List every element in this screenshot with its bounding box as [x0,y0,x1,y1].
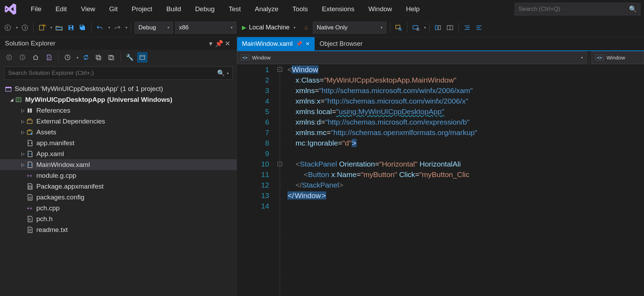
chevron-down-icon[interactable]: ▾ [77,56,78,59]
save-button[interactable] [66,23,76,33]
tree-item[interactable]: ++pch.cpp [0,203,237,213]
fold-toggle[interactable]: − [278,162,282,166]
expand-icon[interactable]: ▷ [20,162,26,167]
menu-edit[interactable]: Edit [49,2,74,16]
file-icon [26,182,34,191]
solution-platform-combo[interactable]: x86▾ [175,22,236,34]
window-layout-button-2[interactable] [445,23,455,33]
tree-item[interactable]: hpch.h [0,213,237,224]
menu-view[interactable]: View [74,2,102,16]
tab-mainwindow-xaml[interactable]: MainWindow.xaml 📌 ✕ [237,37,315,50]
line-number-gutter: 1234567891011121314 [237,64,276,296]
fold-toggle[interactable]: − [278,67,282,72]
save-all-button[interactable] [78,23,88,33]
nav-back-dropdown[interactable]: ▾ [16,26,18,29]
undo-dropdown[interactable]: ▾ [108,26,110,29]
svg-rect-23 [140,55,145,59]
panel-pin-icon[interactable]: 📌 [215,40,223,48]
panel-close-icon[interactable]: ✕ [223,40,232,48]
new-item-dropdown[interactable]: ▾ [50,26,52,29]
solution-search-input[interactable] [8,70,217,77]
tree-item[interactable]: ▷References [0,105,237,116]
tree-item[interactable]: ++module.g.cpp [0,170,237,181]
tree-item[interactable]: ▷MainWindow.xaml [0,159,237,170]
chevron-down-icon[interactable]: ▾ [227,71,229,75]
open-file-button[interactable] [54,23,64,33]
tree-item[interactable]: ▷Assets [0,127,237,138]
solution-explorer-title: Solution Explorer [5,40,56,47]
tree-item[interactable]: app.manifest [0,138,237,148]
tree-item[interactable]: readme.txt [0,224,237,235]
sol-nav-forward-button[interactable] [17,52,27,62]
menu-window[interactable]: Window [362,2,399,16]
expand-icon[interactable]: ▷ [20,108,26,113]
menu-file[interactable]: File [24,2,49,16]
start-debug-dropdown[interactable]: ▾ [294,26,295,29]
redo-dropdown[interactable]: ▾ [126,26,127,29]
solution-search[interactable]: 🔍 ▾ [4,66,232,80]
menu-test[interactable]: Test [222,2,248,16]
svg-text:++: ++ [27,205,32,211]
start-debug-button[interactable]: ▶ Local Machine ▾ [238,22,299,34]
expand-icon[interactable]: ▷ [20,119,26,124]
sol-properties-button[interactable]: 🔧 [125,52,135,62]
window-layout-button-1[interactable] [433,23,443,33]
nav-back-button[interactable] [3,23,13,33]
format-indent-button[interactable] [462,23,472,33]
menu-analyze[interactable]: Analyze [248,2,286,16]
code-body[interactable]: <Window x:Class="MyWinUICppDesktopApp.Ma… [286,64,477,296]
redo-button[interactable] [112,23,122,33]
tree-label: App.xaml [36,150,64,158]
menu-build[interactable]: Build [159,2,188,16]
tree-solution-root[interactable]: Solution 'MyWinUICppDesktopApp' (1 of 1 … [0,83,237,94]
debugger-type-combo[interactable]: Native Only▾ [313,22,386,34]
menu-git[interactable]: Git [102,2,124,16]
global-search[interactable]: 🔍 [515,3,641,15]
sol-collapse-all-button[interactable] [94,52,103,62]
solution-explorer-title-bar: Solution Explorer ▾ 📌 ✕ [0,37,237,50]
menu-extensions[interactable]: Extensions [315,2,362,16]
editor-nav-right[interactable]: <> Window [592,51,644,64]
format-outdent-button[interactable] [474,23,484,33]
sol-show-all-files-button[interactable] [106,52,116,62]
tab-object-browser[interactable]: Object Browser [315,37,367,50]
editor-panel: MainWindow.xaml 📌 ✕ Object Browser <> Wi… [237,37,644,296]
close-icon[interactable]: ✕ [306,41,310,47]
svg-rect-30 [27,120,32,124]
expand-icon[interactable]: ▷ [20,151,26,156]
tree-item[interactable]: ▷External Dependencies [0,116,237,127]
sol-nav-back-button[interactable] [4,52,14,62]
find-in-files-button[interactable] [394,23,403,33]
solution-tree[interactable]: Solution 'MyWinUICppDesktopApp' (1 of 1 … [0,82,237,296]
pin-icon[interactable]: 📌 [296,41,302,47]
hot-reload-icon[interactable]: ♨ [301,23,311,33]
live-preview-dropdown[interactable]: ▾ [424,26,426,29]
undo-button[interactable] [95,23,105,33]
file-icon [26,128,34,136]
menu-tools[interactable]: Tools [285,2,315,16]
file-icon [26,150,34,158]
svg-text:h: h [29,218,31,221]
solution-config-combo[interactable]: Debug▾ [135,22,173,34]
sol-sync-button[interactable] [81,52,91,62]
tree-project[interactable]: ◢ MyWinUICppDesktopApp (Universal Window… [0,94,237,105]
code-editor[interactable]: 1234567891011121314 − − <Window x:Class=… [237,64,644,296]
tree-item[interactable]: Package.appxmanifest [0,181,237,192]
global-search-input[interactable] [518,6,629,13]
nav-forward-button[interactable] [20,23,30,33]
tree-item[interactable]: ▷App.xaml [0,148,237,159]
menu-debug[interactable]: Debug [188,2,222,16]
sol-switch-views-button[interactable] [44,52,54,62]
sol-preview-button[interactable] [137,52,147,62]
panel-dropdown-icon[interactable]: ▾ [207,40,215,48]
sol-home-button[interactable] [31,52,41,62]
live-preview-button[interactable] [411,23,421,33]
new-item-button[interactable]: ✦ [37,23,47,33]
expand-icon[interactable]: ▷ [20,130,26,135]
sol-pending-changes-button[interactable] [63,52,72,62]
menu-help[interactable]: Help [399,2,427,16]
tree-item[interactable]: packages.config [0,192,237,203]
menu-project[interactable]: Project [125,2,159,16]
editor-nav-left[interactable]: <> Window ▾ [237,51,587,64]
expand-icon[interactable]: ◢ [8,97,15,102]
